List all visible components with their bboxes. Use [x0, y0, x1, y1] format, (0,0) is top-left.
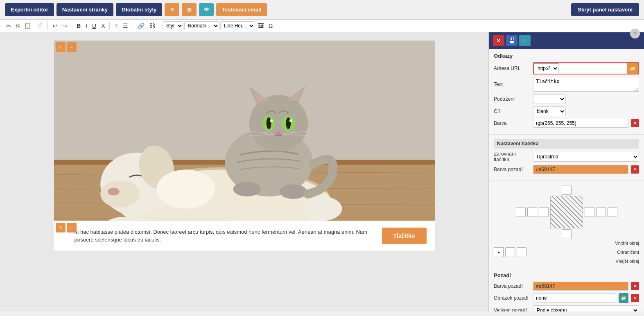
svg-point-27	[286, 117, 291, 129]
border-padding-section: Vnitřní okraj ▾ Ohraničení Vnější okraj	[489, 181, 644, 268]
border-left-top-box[interactable]	[516, 207, 526, 217]
text-row: Text Tlačítko	[494, 77, 639, 92]
btn-bgcolor-label: Barva pozadí	[494, 167, 531, 172]
border-top-box[interactable]	[562, 185, 572, 195]
sep4	[133, 22, 133, 29]
strikethrough-button[interactable]: X	[99, 22, 107, 30]
lineheight-select[interactable]: Line Hei...	[220, 21, 255, 30]
btn-bgcolor-delete[interactable]: ✕	[631, 165, 639, 174]
section-links: Odkazy Adresa URL http:// 📁 Text Tl	[489, 49, 644, 135]
color-delete-button[interactable]: ✕	[631, 119, 639, 127]
redo-button[interactable]: ↪	[60, 22, 69, 30]
bg-image-label: Obrázek pozadí	[494, 295, 531, 301]
border-color-box[interactable]	[505, 247, 515, 257]
paste-special-button[interactable]: 📄	[34, 22, 45, 30]
global-styles-button[interactable]: Globální styly	[116, 3, 162, 16]
text-block-controls: ⤡ ···	[56, 223, 77, 232]
unlink-button[interactable]: ⛓	[147, 22, 157, 30]
panel-upload-button[interactable]: ↑	[519, 35, 531, 46]
bg-size-select[interactable]: Podle obsahu	[533, 305, 639, 311]
target-select[interactable]: blank	[533, 106, 566, 116]
right-panel: ✕ 💾 ↑ Odkazy Adresa URL http:// 📁	[488, 32, 644, 311]
page-settings-button[interactable]: Nastavení stránky	[56, 3, 113, 16]
bold-button[interactable]: B	[75, 22, 83, 30]
sep3	[109, 22, 110, 29]
color-row: Barva ✕	[494, 119, 639, 128]
expert-editor-button[interactable]: Expertní editor	[5, 3, 54, 16]
panel-close-button[interactable]: ✕	[493, 35, 504, 46]
bg-color-row: Barva pozadí ✕	[494, 282, 639, 291]
unordered-list-button[interactable]: ☰	[121, 22, 130, 30]
border-left-box[interactable]	[527, 207, 537, 217]
normal-select[interactable]: Normáln...	[184, 21, 219, 30]
border-right-inner-box[interactable]	[585, 207, 594, 217]
svg-point-17	[303, 196, 342, 221]
pet-image	[54, 41, 435, 221]
svg-point-36	[279, 184, 307, 199]
image-block: ⤡ ···	[54, 41, 435, 221]
section-background: Pozadí Barva pozadí ✕ Obrázek pozadí 📁 ✕…	[489, 268, 644, 311]
btn-align-label: Zarovnání tlačítka	[494, 151, 531, 163]
italic-button[interactable]: I	[84, 22, 89, 30]
target-row: Cíl blank	[494, 106, 639, 116]
bg-color-input[interactable]	[533, 282, 628, 291]
style-select[interactable]: Styl	[163, 21, 183, 30]
url-browse-button[interactable]: 📁	[627, 63, 638, 74]
paste-button[interactable]: 📋	[22, 22, 33, 30]
url-prefix-select[interactable]: http://	[534, 63, 559, 73]
grid-icon-button[interactable]: ✕	[165, 3, 179, 16]
border-bottom-box[interactable]	[562, 229, 572, 239]
url-row: Adresa URL http:// 📁	[494, 62, 639, 74]
text-input[interactable]: Tlačítko	[533, 77, 639, 92]
undo-button[interactable]: ↩	[50, 22, 59, 30]
border-left-inner-box[interactable]	[539, 207, 549, 217]
color-input[interactable]	[533, 119, 628, 128]
border-size-box[interactable]	[517, 247, 526, 257]
panel-save-button[interactable]: 💾	[506, 35, 517, 46]
outer-border-label: Vnější okraj	[616, 259, 639, 264]
help-icon[interactable]: ?	[630, 29, 640, 38]
bg-image-browse-button[interactable]: 📁	[619, 293, 628, 303]
btn-align-select[interactable]: Uprostřed	[533, 152, 639, 162]
bg-size-row: Velikost pozadí Podle obsahu	[494, 305, 639, 311]
text-resize-button[interactable]: ⤡	[56, 223, 66, 232]
special-char-button[interactable]: Ω	[267, 22, 275, 30]
svg-point-11	[100, 181, 139, 208]
underline-button[interactable]: U	[90, 22, 98, 30]
image-placeholder	[54, 41, 435, 221]
test-email-button[interactable]: Testovací email	[216, 3, 267, 16]
svg-point-12	[108, 188, 120, 196]
section-button-settings: Nastavení tlačítka Zarovnání tlačítka Up…	[489, 135, 644, 181]
border-right-box[interactable]	[596, 207, 606, 217]
border-right-top-box[interactable]	[608, 207, 617, 217]
border-chevron[interactable]: ▾	[494, 247, 504, 257]
body-text: In hac habitasse platea dictumst. Donec …	[62, 228, 375, 244]
text-label: Text	[494, 81, 531, 87]
link-button[interactable]: 🔗	[136, 22, 147, 30]
text-more-button[interactable]: ···	[67, 223, 77, 232]
target-label: Cíl	[494, 108, 531, 114]
svg-point-25	[266, 117, 271, 129]
underline-select[interactable]	[533, 94, 566, 104]
url-label: Adresa URL	[494, 65, 531, 71]
image-insert-button[interactable]: 🖼	[256, 22, 266, 30]
hide-panel-button[interactable]: Skrýt panel nastavení	[571, 3, 639, 16]
main-layout: ⤡ ···	[0, 32, 644, 311]
cut-button[interactable]: ✂	[4, 22, 13, 30]
ordered-list-button[interactable]: ≡	[112, 22, 120, 30]
url-input-wrapper: http:// 📁	[533, 62, 639, 74]
resize-icon-button[interactable]: ⤡	[56, 42, 66, 52]
bg-image-input[interactable]	[533, 293, 616, 302]
url-input[interactable]	[559, 64, 627, 72]
copy-button[interactable]: ⎘	[14, 22, 21, 30]
layout-icon-button[interactable]: ⊞	[182, 3, 197, 16]
btn-bgcolor-input[interactable]	[533, 165, 628, 174]
bg-color-delete[interactable]: ✕	[631, 282, 639, 290]
more-options-button[interactable]: ···	[67, 42, 77, 52]
image-block-controls: ⤡ ···	[56, 42, 77, 52]
underline-row: Podtržení	[494, 94, 639, 104]
bg-image-delete[interactable]: ✕	[631, 294, 639, 302]
svg-point-14	[156, 169, 215, 208]
cta-button[interactable]: Tlačítko	[382, 228, 427, 244]
eye-icon-button[interactable]: 👁	[199, 3, 214, 16]
